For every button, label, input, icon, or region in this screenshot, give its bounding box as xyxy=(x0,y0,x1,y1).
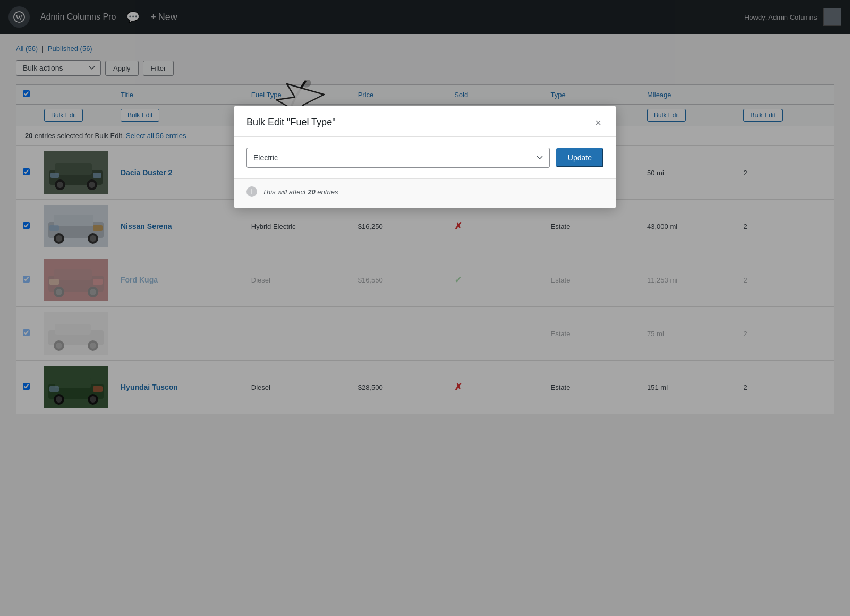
modal-body: Electric Petrol Diesel Hybrid Electric U… xyxy=(234,137,616,178)
modal-close-button[interactable]: × xyxy=(593,117,604,128)
modal-title: Bulk Edit "Fuel Type" xyxy=(246,117,336,128)
modal-header: Bulk Edit "Fuel Type" × xyxy=(234,106,616,137)
info-icon: i xyxy=(246,186,257,197)
modal-affected-count: 20 xyxy=(308,188,315,196)
fuel-type-select[interactable]: Electric Petrol Diesel Hybrid Electric xyxy=(246,148,550,168)
update-button[interactable]: Update xyxy=(556,148,604,167)
bulk-edit-modal: Bulk Edit "Fuel Type" × Electric Petrol … xyxy=(234,106,616,208)
modal-overlay: Bulk Edit "Fuel Type" × Electric Petrol … xyxy=(0,0,850,616)
modal-footer: i This will affect 20 entries xyxy=(234,178,616,208)
modal-select-wrap: Electric Petrol Diesel Hybrid Electric U… xyxy=(246,148,604,168)
modal-footer-info: This will affect 20 entries xyxy=(262,188,338,196)
